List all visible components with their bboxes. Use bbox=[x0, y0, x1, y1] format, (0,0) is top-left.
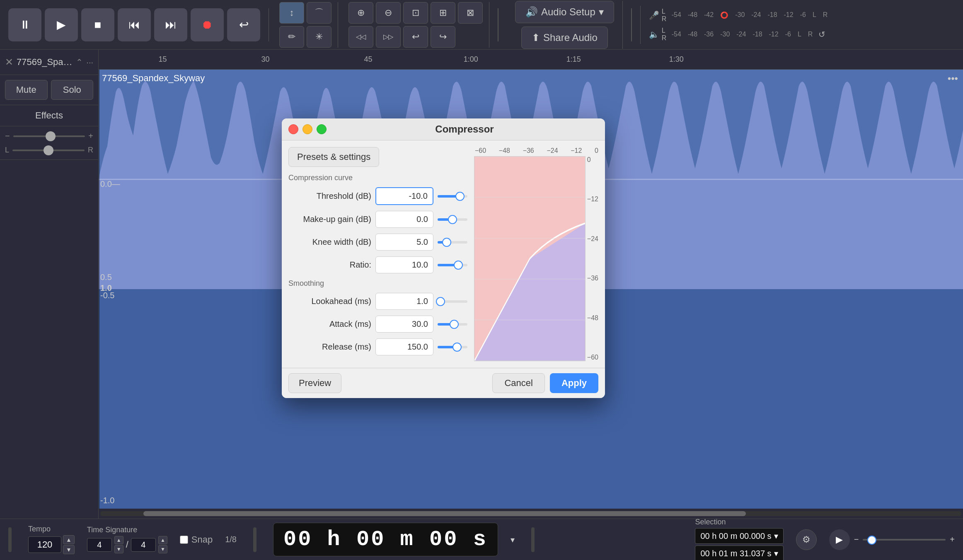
selection-end-dropdown[interactable]: ▾ bbox=[774, 548, 778, 558]
solo-button[interactable]: Solo bbox=[51, 80, 94, 100]
knee-input[interactable] bbox=[375, 234, 433, 251]
play-button[interactable]: ▶ bbox=[45, 8, 78, 41]
attack-slider-thumb[interactable] bbox=[450, 320, 459, 329]
selection-start-dropdown[interactable]: ▾ bbox=[774, 531, 778, 541]
playback-play-button[interactable]: ▶ bbox=[829, 529, 850, 550]
zoom-row-1: ⊕ ⊖ ⊡ ⊞ ⊠ bbox=[348, 2, 483, 24]
playhead bbox=[99, 70, 99, 509]
rewind-button[interactable]: ⏮ bbox=[118, 8, 151, 41]
lookahead-slider[interactable] bbox=[438, 300, 467, 303]
share-audio-button[interactable]: ⬆ Share Audio bbox=[521, 27, 608, 49]
ratio-input[interactable] bbox=[375, 256, 433, 273]
tool-row-2: ✏ ✳ bbox=[279, 26, 331, 48]
time-sig-num-down[interactable]: ▼ bbox=[114, 545, 123, 553]
minimize-window-button[interactable] bbox=[302, 124, 312, 134]
zoom-row-2: ◁◁ ▷▷ ↩ ↪ bbox=[348, 26, 483, 48]
threshold-slider-thumb[interactable] bbox=[455, 192, 465, 201]
volume-thumb[interactable] bbox=[46, 131, 56, 141]
pause-button[interactable]: ⏸ bbox=[8, 8, 41, 41]
preview-button[interactable]: Preview bbox=[288, 373, 341, 393]
time-sig-den-down[interactable]: ▼ bbox=[158, 545, 167, 553]
tempo-down-button[interactable]: ▼ bbox=[63, 545, 75, 554]
stop-button[interactable]: ■ bbox=[81, 8, 114, 41]
knee-slider-thumb[interactable] bbox=[442, 238, 451, 247]
maximize-window-button[interactable] bbox=[317, 124, 327, 134]
audio-setup-button[interactable]: 🔊 Audio Setup ▾ bbox=[515, 1, 614, 23]
scrollbar-thumb[interactable] bbox=[143, 511, 746, 516]
volume-slider[interactable] bbox=[13, 135, 85, 137]
compression-curve-svg bbox=[474, 157, 585, 361]
time-sig-num-up[interactable]: ▲ bbox=[114, 536, 123, 544]
lookahead-slider-thumb[interactable] bbox=[436, 297, 445, 306]
ruler-tick-130: 1:30 bbox=[669, 55, 684, 64]
resize-handle[interactable] bbox=[8, 527, 12, 552]
audio-setup-section: 🔊 Audio Setup ▾ ⬆ Share Audio bbox=[507, 1, 623, 49]
time-display: 00 h 00 m 00 s bbox=[273, 523, 498, 556]
loop-button[interactable]: ↩ bbox=[227, 8, 260, 41]
lookahead-slider-container bbox=[438, 300, 467, 303]
playback-speed-plus-icon: + bbox=[950, 535, 955, 544]
effects-button[interactable]: Effects bbox=[0, 105, 98, 126]
resize-handle-3[interactable] bbox=[531, 527, 535, 552]
tempo-input[interactable] bbox=[28, 536, 61, 553]
scrollbar-track[interactable] bbox=[100, 511, 961, 516]
knee-slider[interactable] bbox=[438, 241, 467, 244]
time-sig-separator: / bbox=[126, 539, 128, 550]
track-close-icon[interactable]: ✕ bbox=[5, 56, 13, 68]
attack-slider[interactable] bbox=[438, 323, 467, 326]
trim2-button[interactable]: ▷▷ bbox=[376, 26, 401, 48]
connect-tool-button[interactable]: ⌒ bbox=[307, 2, 331, 24]
cursor-tool-button[interactable]: ↕ bbox=[279, 2, 304, 24]
track-controls: ✕ 77569_Spand... ⌃ ··· Mute Solo Effects… bbox=[0, 50, 99, 519]
makeup-slider-thumb[interactable] bbox=[448, 215, 457, 224]
time-dropdown-arrow[interactable]: ▾ bbox=[511, 535, 515, 545]
release-slider-thumb[interactable] bbox=[452, 343, 462, 352]
track-menu-icon[interactable]: ··· bbox=[86, 58, 93, 67]
zoom-full-button[interactable]: ⊠ bbox=[458, 2, 483, 24]
tempo-up-button[interactable]: ▲ bbox=[63, 535, 75, 544]
zoom-fit-button[interactable]: ⊡ bbox=[403, 2, 428, 24]
lookahead-input[interactable] bbox=[375, 293, 433, 310]
ratio-slider[interactable] bbox=[438, 264, 467, 266]
threshold-input[interactable] bbox=[375, 187, 433, 205]
pan-slider[interactable] bbox=[12, 150, 85, 151]
record-button[interactable]: ⏺ bbox=[191, 8, 224, 41]
playback-speed-slider[interactable] bbox=[863, 539, 946, 541]
time-sig-den-up[interactable]: ▲ bbox=[158, 536, 167, 544]
ruler-tick-30: 30 bbox=[261, 55, 270, 64]
zoom-sel-button[interactable]: ⊞ bbox=[431, 2, 455, 24]
release-slider[interactable] bbox=[438, 346, 467, 348]
mute-button[interactable]: Mute bbox=[5, 80, 48, 100]
zoom-out-button[interactable]: ⊖ bbox=[376, 2, 401, 24]
track-expand-icon[interactable]: ⌃ bbox=[76, 57, 83, 67]
close-window-button[interactable] bbox=[288, 124, 298, 134]
makeup-slider[interactable] bbox=[438, 218, 467, 221]
pan-thumb[interactable] bbox=[44, 145, 53, 155]
attack-input[interactable] bbox=[375, 316, 433, 333]
tempo-value-row: ▲ ▼ bbox=[28, 535, 75, 554]
curve-axis-right: 0 −12 −24 −36 −48 −60 bbox=[586, 156, 598, 361]
threshold-slider-container bbox=[438, 195, 467, 198]
zoom-in-button[interactable]: ⊕ bbox=[348, 2, 373, 24]
release-input[interactable] bbox=[375, 338, 433, 355]
time-sig-num-input[interactable] bbox=[87, 538, 112, 552]
star-tool-button[interactable]: ✳ bbox=[307, 26, 331, 48]
apply-button[interactable]: Apply bbox=[550, 373, 598, 393]
time-sig-den-input[interactable] bbox=[131, 538, 156, 552]
cancel-button[interactable]: Cancel bbox=[492, 373, 544, 393]
pencil-tool-button[interactable]: ✏ bbox=[279, 26, 304, 48]
snap-checkbox[interactable] bbox=[180, 536, 188, 544]
settings-gear-button[interactable]: ⚙ bbox=[796, 529, 817, 550]
makeup-input[interactable] bbox=[375, 211, 433, 228]
speaker-small-icon: 🔈 bbox=[649, 29, 659, 39]
resize-handle-2[interactable] bbox=[253, 527, 256, 552]
track-more-button[interactable]: ••• bbox=[948, 73, 958, 84]
redo-button[interactable]: ↪ bbox=[431, 26, 455, 48]
trim1-button[interactable]: ◁◁ bbox=[348, 26, 373, 48]
ratio-slider-thumb[interactable] bbox=[454, 261, 463, 270]
presets-settings-button[interactable]: Presets & settings bbox=[288, 147, 379, 167]
forward-button[interactable]: ⏭ bbox=[154, 8, 187, 41]
undo-button[interactable]: ↩ bbox=[403, 26, 428, 48]
playback-slider-thumb[interactable] bbox=[867, 536, 876, 545]
threshold-slider[interactable] bbox=[438, 195, 467, 198]
